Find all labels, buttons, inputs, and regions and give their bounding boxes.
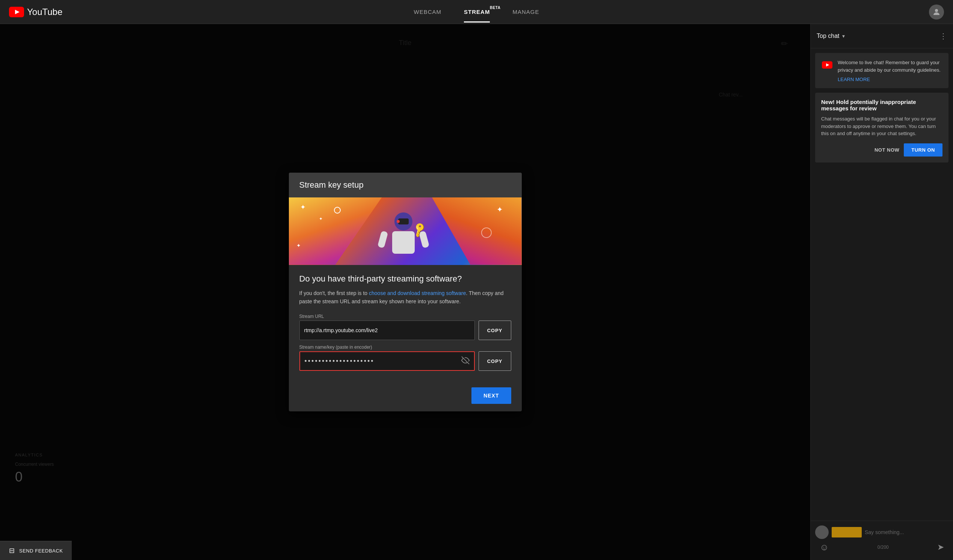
chat-messages: Welcome to live chat! Remember to guard … [811, 48, 953, 521]
turn-on-button[interactable]: TURN ON [904, 143, 942, 156]
modal-footer: NEXT [289, 383, 522, 411]
star-icon-1: ✦ [300, 203, 306, 211]
promo-card-actions: NOT NOW TURN ON [821, 143, 942, 156]
chat-title-area[interactable]: Top chat ▾ [816, 32, 845, 39]
nav-right [869, 5, 944, 20]
chat-header: Top chat ▾ ⋮ [811, 24, 953, 48]
tab-stream[interactable]: STREAM BETA [464, 1, 490, 23]
tab-manage[interactable]: MANAGE [512, 1, 539, 23]
char-count: 0/200 [877, 545, 889, 550]
chat-more-options-icon[interactable]: ⋮ [939, 31, 947, 40]
figure-head [394, 212, 413, 230]
not-now-button[interactable]: NOT NOW [874, 147, 899, 153]
chat-input-box[interactable]: Say something... [832, 527, 948, 537]
star-icon-2: ✦ [319, 216, 323, 221]
main-content: Title ✏ Chat rev... ANALYTICS Concurrent… [0, 24, 953, 560]
promo-card-title: New! Hold potentially inappropriate mess… [821, 99, 942, 111]
toggle-visibility-icon[interactable] [461, 356, 470, 366]
stream-key-modal: Stream key setup ✦ ✦ ✦ ✦ [289, 173, 522, 412]
stream-url-input-wrap: rtmp://a.rtmp.youtube.com/live2 [300, 320, 475, 340]
copy-stream-key-button[interactable]: COPY [478, 351, 511, 371]
youtube-logo-icon [9, 7, 24, 17]
youtube-red-icon [821, 59, 833, 71]
figure-body [392, 231, 415, 254]
feedback-button[interactable]: ⊟ SEND FEEDBACK [0, 541, 72, 560]
streaming-software-link[interactable]: choose and download streaming software [369, 290, 466, 296]
stream-url-group: Stream URL rtmp://a.rtmp.youtube.com/liv… [300, 314, 511, 340]
stream-key-row: •••••••••••••••••••• COPY [300, 351, 511, 371]
stream-key-value: •••••••••••••••••••• [305, 357, 461, 365]
promo-card-description: Chat messages will be flagged in chat fo… [821, 115, 942, 138]
copy-stream-url-button[interactable]: COPY [478, 320, 511, 340]
chat-input-placeholder[interactable]: Say something... [865, 529, 904, 535]
modal-question: Do you have third-party streaming softwa… [300, 274, 511, 284]
user-avatar[interactable] [929, 5, 944, 20]
modal-header: Stream key setup [289, 173, 522, 197]
chat-welcome-card: Welcome to live chat! Remember to guard … [815, 53, 948, 88]
stream-key-input-wrap: •••••••••••••••••••• [300, 351, 475, 371]
stream-url-row: rtmp://a.rtmp.youtube.com/live2 COPY [300, 320, 511, 340]
learn-more-link[interactable]: LEARN MORE [838, 77, 942, 82]
modal-illustration: ✦ ✦ ✦ ✦ [289, 197, 522, 265]
figure-visor [398, 218, 409, 224]
welcome-card-text-area: Welcome to live chat! Remember to guard … [838, 59, 942, 82]
logo-area[interactable]: YouTube [9, 7, 84, 17]
chat-title: Top chat [816, 32, 839, 39]
feedback-icon: ⊟ [9, 546, 15, 555]
star-icon-3: ✦ [497, 205, 503, 214]
center-area: Title ✏ Chat rev... ANALYTICS Concurrent… [0, 24, 810, 560]
modal-title: Stream key setup [300, 180, 364, 190]
emoji-icon[interactable]: ☺ [820, 542, 829, 552]
stream-url-label: Stream URL [300, 314, 511, 319]
chat-chevron-icon: ▾ [842, 33, 845, 39]
chat-name-color-bar [832, 527, 862, 537]
welcome-card-content: Welcome to live chat! Remember to guard … [821, 59, 942, 82]
stream-url-value: rtmp://a.rtmp.youtube.com/live2 [304, 327, 470, 333]
modal-body: Do you have third-party streaming softwa… [289, 265, 522, 383]
chat-bottom-bar: ☺ 0/200 ➤ [815, 539, 948, 555]
welcome-message: Welcome to live chat! Remember to guard … [838, 59, 942, 74]
circle-decoration-2 [481, 227, 492, 238]
next-button[interactable]: NEXT [472, 387, 511, 404]
right-sidebar: Top chat ▾ ⋮ Welcome to live cha [810, 24, 953, 560]
svg-point-2 [935, 9, 938, 12]
youtube-logo-text: YouTube [27, 7, 62, 17]
stream-key-group: Stream name/key (paste in encoder) •••••… [300, 345, 511, 371]
modal-description: If you don't, the first step is to choos… [300, 289, 511, 306]
figure-arm-left [377, 230, 388, 248]
beta-badge: BETA [490, 6, 500, 10]
stream-key-label: Stream name/key (paste in encoder) [300, 345, 511, 350]
feedback-label: SEND FEEDBACK [19, 548, 63, 554]
modal-overlay: Stream key setup ✦ ✦ ✦ ✦ [0, 24, 810, 560]
chat-user-avatar [815, 526, 829, 539]
chat-input-area: Say something... ☺ 0/200 ➤ [811, 521, 953, 560]
circle-decoration-1 [334, 207, 341, 213]
tab-webcam[interactable]: WEBCAM [414, 1, 442, 23]
star-icon-4: ✦ [296, 243, 301, 249]
nav-tabs: WEBCAM STREAM BETA MANAGE [84, 1, 869, 23]
top-navigation: YouTube WEBCAM STREAM BETA MANAGE [0, 0, 953, 24]
send-message-icon[interactable]: ➤ [937, 542, 944, 552]
chat-promo-card: New! Hold potentially inappropriate mess… [815, 93, 948, 162]
chat-input-row: Say something... [815, 526, 948, 539]
astronaut-figure: 🔑 [385, 212, 422, 265]
